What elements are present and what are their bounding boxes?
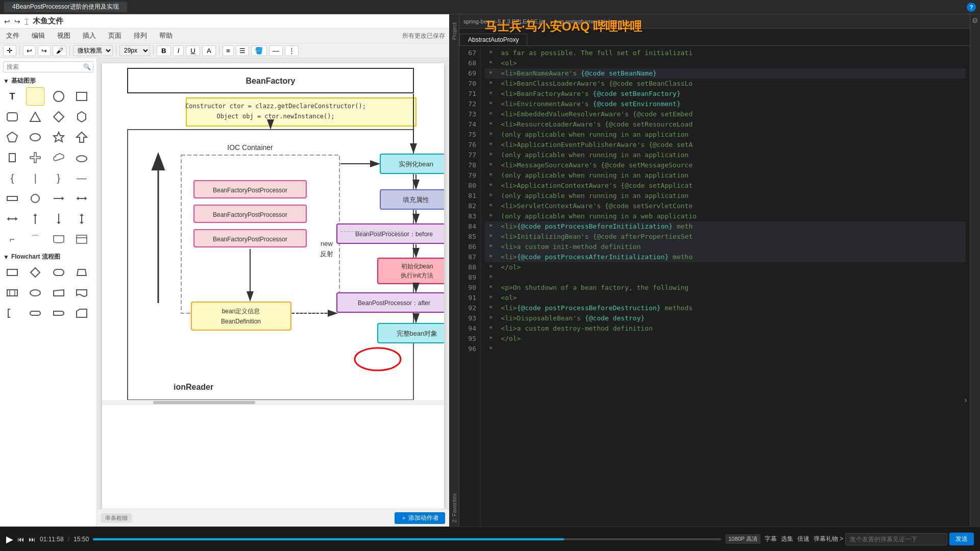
font-selector[interactable]: 微软雅黑: [73, 45, 113, 56]
pentagon-shape[interactable]: [3, 128, 21, 146]
cloud-shape[interactable]: [50, 148, 68, 167]
line-btn[interactable]: —: [269, 45, 283, 56]
text-shape[interactable]: T: [3, 87, 21, 106]
double-arrow-h[interactable]: [3, 210, 21, 228]
svg-marker-3: [30, 112, 40, 121]
star-shape[interactable]: [50, 128, 68, 146]
svg-point-38: [30, 290, 40, 296]
svg-text:new: new: [321, 240, 333, 247]
editor-active-tab[interactable]: AbstractAutoProxy: [459, 34, 527, 45]
progress-bar[interactable]: [93, 538, 721, 540]
italic-btn[interactable]: I: [173, 45, 184, 56]
right-sidebar-icon[interactable]: ⚙: [972, 16, 978, 24]
fc-start[interactable]: [26, 284, 44, 302]
fc-process[interactable]: [3, 284, 21, 302]
undo-icon[interactable]: ↩: [4, 17, 10, 26]
oval-shape[interactable]: [26, 128, 44, 146]
fc-data[interactable]: [72, 263, 91, 282]
select-btn[interactable]: 选集: [781, 535, 793, 543]
menu-view[interactable]: 视图: [55, 30, 72, 41]
quality-badge[interactable]: 1080P 高清: [725, 534, 761, 544]
arrow-down-shape[interactable]: [50, 210, 68, 228]
search-box[interactable]: 🔍: [3, 61, 93, 72]
rect2-shape[interactable]: [3, 189, 21, 208]
circle-shape[interactable]: [50, 87, 68, 106]
triangle-shape[interactable]: [26, 108, 44, 126]
editor-tabs-bar: AbstractAutoProxy: [459, 29, 970, 46]
corner-shape[interactable]: ⌒: [26, 230, 44, 248]
fc-rounded[interactable]: [50, 263, 68, 282]
paint-btn[interactable]: 🖌: [53, 45, 66, 56]
fc-manual[interactable]: [50, 284, 68, 302]
fc-annot[interactable]: [3, 304, 21, 322]
play-button[interactable]: ▶: [6, 534, 13, 545]
underline-btn[interactable]: U: [186, 45, 200, 56]
bracket-shape[interactable]: }: [50, 169, 68, 187]
basic-shapes-title[interactable]: ▼ 基础图形: [3, 77, 93, 85]
arrow-shape[interactable]: [72, 128, 91, 146]
hexagon-shape[interactable]: [72, 108, 91, 126]
fc-rect[interactable]: [3, 263, 21, 282]
window-shape[interactable]: [72, 230, 91, 248]
menu-file[interactable]: 文件: [4, 30, 21, 41]
danmu-input[interactable]: [845, 533, 947, 545]
flowchart-title[interactable]: ▼ Flowchart 流程图: [3, 253, 93, 261]
fc-delay[interactable]: [50, 304, 68, 322]
arrow2-shape[interactable]: [50, 189, 68, 208]
fc-doc[interactable]: [72, 284, 91, 302]
drawing-panel: ↩ ↪ ⌶ 木鱼文件 文件 编辑 视图 插入 页面 排列 帮助 所有更改已保存 …: [0, 14, 449, 527]
align-center-btn[interactable]: ☰: [236, 45, 249, 56]
menu-edit[interactable]: 编辑: [30, 30, 47, 41]
diamond-shape[interactable]: [50, 108, 68, 126]
circle2-shape[interactable]: [26, 189, 44, 208]
prev-button[interactable]: ⏮: [17, 535, 24, 543]
rect-shape[interactable]: [72, 87, 91, 106]
fc-terminator[interactable]: [26, 304, 44, 322]
display-shape[interactable]: [50, 230, 68, 248]
more-btn[interactable]: ⋮: [285, 45, 299, 56]
svg-text:初始化bean: 初始化bean: [401, 263, 433, 270]
canvas-area[interactable]: BeanFactory Constructor ctor = clazz.get…: [97, 58, 449, 527]
favorites-tab-label[interactable]: 2: Favorites: [450, 489, 458, 527]
speed-btn[interactable]: 倍速: [797, 535, 810, 543]
menu-page[interactable]: 页面: [106, 30, 124, 41]
pointer-tool[interactable]: ✛: [3, 45, 16, 56]
rounded-cloud-shape[interactable]: [72, 148, 91, 167]
sticky-shape[interactable]: [26, 87, 44, 106]
rounded-rect-shape[interactable]: [3, 108, 21, 126]
danmu-btn[interactable]: 弹幕礼物 >: [814, 535, 843, 543]
search-input[interactable]: [7, 63, 83, 70]
line-shape[interactable]: —: [72, 169, 91, 187]
bracket2-shape[interactable]: ⌐: [3, 230, 21, 248]
menu-arrange[interactable]: 排列: [132, 30, 149, 41]
parallelogram-shape[interactable]: [3, 148, 21, 167]
project-tab-label[interactable]: Project: [450, 18, 458, 44]
fill-btn[interactable]: 🪣: [251, 45, 267, 56]
bidirectional-arrow-shape[interactable]: [72, 189, 91, 208]
undo-btn[interactable]: ↩: [23, 45, 36, 56]
pipe-shape[interactable]: |: [26, 169, 44, 187]
browser-tab[interactable]: 4BeanPostProcessor进阶的使用及实现: [4, 2, 127, 12]
svg-text:BeanFactoryPostProcessor: BeanFactoryPostProcessor: [213, 187, 287, 194]
font-size-selector[interactable]: 29px: [119, 45, 150, 56]
fc-loop[interactable]: [72, 304, 91, 322]
menu-help[interactable]: 帮助: [157, 30, 175, 41]
fc-diamond[interactable]: [26, 263, 44, 282]
code-content[interactable]: * as far as possible. The full set of in…: [481, 46, 970, 527]
arrow-updown-shape[interactable]: [72, 210, 91, 228]
format-icon[interactable]: ⌶: [24, 17, 29, 26]
arrow-up-shape[interactable]: [26, 210, 44, 228]
font-color-btn[interactable]: A: [202, 45, 216, 56]
next-button[interactable]: ⏭: [29, 535, 36, 543]
curly-brace-shape[interactable]: {: [3, 169, 21, 187]
cross-shape[interactable]: [26, 148, 44, 167]
menu-insert[interactable]: 插入: [81, 30, 98, 41]
add-action-btn[interactable]: ＋ 添加动作者: [395, 512, 445, 524]
bold-btn[interactable]: B: [157, 45, 171, 56]
redo-icon[interactable]: ↪: [14, 17, 20, 26]
send-button[interactable]: 发送: [949, 533, 974, 545]
subtitle-btn[interactable]: 字幕: [765, 535, 777, 543]
question-icon[interactable]: ?: [967, 3, 976, 12]
align-left-btn[interactable]: ≡: [223, 45, 234, 56]
redo-btn[interactable]: ↪: [38, 45, 51, 56]
